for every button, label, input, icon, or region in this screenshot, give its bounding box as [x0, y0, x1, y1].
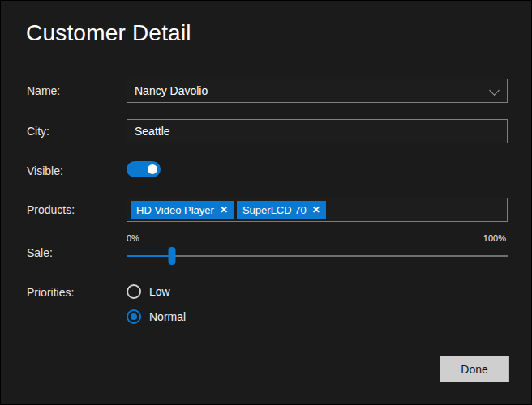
product-tag-label: HD Video Player: [136, 204, 214, 216]
slider-min-label: 0%: [127, 233, 139, 243]
radio-option-low[interactable]: Low: [127, 283, 170, 301]
name-combobox-value: Nancy Davolio: [135, 84, 208, 97]
product-tag-label: SuperLCD 70: [242, 204, 307, 216]
sale-slider[interactable]: [127, 246, 508, 266]
products-tagbox[interactable]: HD Video Player ✕ SuperLCD 70 ✕: [127, 198, 508, 222]
product-tag: HD Video Player ✕: [131, 201, 234, 219]
priorities-label: Priorities:: [27, 286, 74, 299]
radio-icon: [127, 309, 141, 324]
city-label: City:: [27, 125, 49, 138]
toggle-knob-icon: [148, 164, 157, 174]
name-label: Name:: [27, 84, 60, 97]
page-title: Customer Detail: [26, 20, 191, 46]
radio-label: Normal: [149, 310, 186, 323]
done-button[interactable]: Done: [440, 356, 509, 382]
slider-thumb[interactable]: [169, 247, 176, 265]
chevron-down-icon[interactable]: [489, 85, 500, 96]
slider-track[interactable]: [127, 255, 508, 257]
radio-label: Low: [149, 285, 170, 298]
slider-fill: [127, 255, 172, 257]
products-label: Products:: [27, 203, 75, 216]
radio-icon: [127, 284, 141, 299]
sale-label: Sale:: [27, 246, 53, 259]
customer-detail-dialog: Customer Detail Name: Nancy Davolio City…: [0, 0, 532, 405]
radio-dot-icon: [131, 313, 137, 320]
close-icon[interactable]: ✕: [312, 205, 320, 215]
name-combobox[interactable]: Nancy Davolio: [127, 79, 508, 103]
visible-toggle[interactable]: [127, 161, 161, 177]
slider-max-label: 100%: [483, 233, 506, 243]
city-textbox: [127, 119, 508, 143]
product-tag: SuperLCD 70 ✕: [237, 201, 326, 219]
close-icon[interactable]: ✕: [220, 205, 228, 215]
visible-label: Visible:: [27, 164, 63, 177]
city-input[interactable]: [127, 120, 507, 143]
radio-option-normal[interactable]: Normal: [127, 308, 186, 326]
